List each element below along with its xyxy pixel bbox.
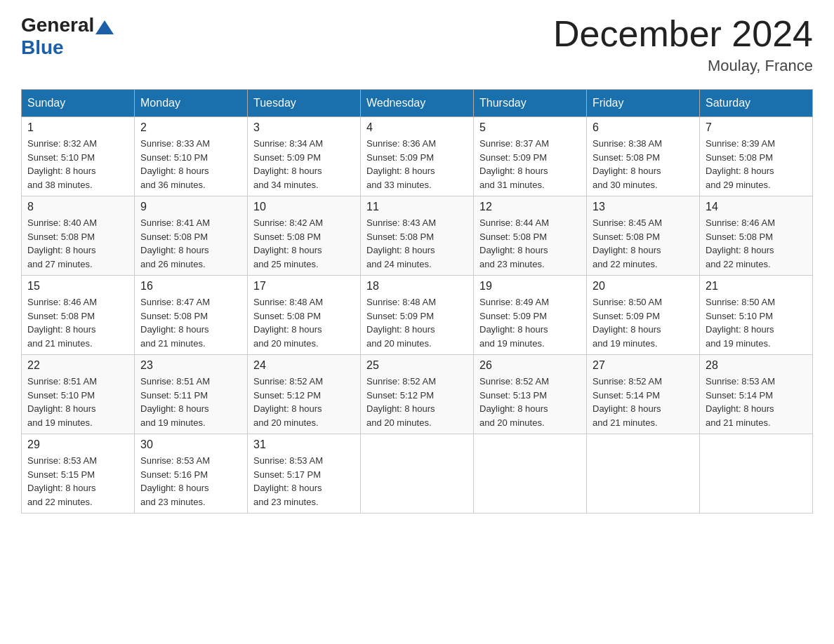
day-number: 1 — [27, 121, 128, 134]
day-info: Sunrise: 8:52 AMSunset: 5:12 PMDaylight:… — [253, 375, 355, 429]
day-number: 8 — [27, 201, 128, 213]
day-info: Sunrise: 8:47 AMSunset: 5:08 PMDaylight:… — [140, 295, 241, 350]
day-number: 14 — [706, 201, 807, 213]
table-row: 11Sunrise: 8:43 AMSunset: 5:08 PMDayligh… — [361, 196, 474, 276]
col-wednesday: Wednesday — [361, 90, 474, 117]
day-number: 25 — [366, 359, 468, 372]
table-row: 4Sunrise: 8:36 AMSunset: 5:09 PMDaylight… — [361, 117, 474, 196]
day-info: Sunrise: 8:51 AMSunset: 5:11 PMDaylight:… — [140, 375, 241, 429]
day-number: 9 — [140, 201, 241, 213]
title-section: December 2024 Moulay, France — [553, 14, 813, 75]
table-row: 12Sunrise: 8:44 AMSunset: 5:08 PMDayligh… — [474, 196, 587, 276]
table-row: 20Sunrise: 8:50 AMSunset: 5:09 PMDayligh… — [587, 276, 700, 355]
day-info: Sunrise: 8:44 AMSunset: 5:08 PMDaylight:… — [479, 216, 581, 271]
day-info: Sunrise: 8:45 AMSunset: 5:08 PMDaylight:… — [593, 216, 694, 271]
col-tuesday: Tuesday — [248, 90, 361, 117]
table-row: 5Sunrise: 8:37 AMSunset: 5:09 PMDaylight… — [474, 117, 587, 196]
table-row: 23Sunrise: 8:51 AMSunset: 5:11 PMDayligh… — [135, 355, 248, 434]
table-row: 31Sunrise: 8:53 AMSunset: 5:17 PMDayligh… — [248, 434, 361, 514]
day-info: Sunrise: 8:36 AMSunset: 5:09 PMDaylight:… — [366, 137, 468, 192]
day-number: 2 — [140, 121, 241, 134]
day-info: Sunrise: 8:42 AMSunset: 5:08 PMDaylight:… — [253, 216, 355, 271]
day-info: Sunrise: 8:33 AMSunset: 5:10 PMDaylight:… — [140, 137, 241, 192]
day-info: Sunrise: 8:53 AMSunset: 5:15 PMDaylight:… — [27, 454, 128, 509]
day-number: 11 — [366, 201, 468, 213]
table-row: 21Sunrise: 8:50 AMSunset: 5:10 PMDayligh… — [700, 276, 813, 355]
table-row: 26Sunrise: 8:52 AMSunset: 5:13 PMDayligh… — [474, 355, 587, 434]
page-header: General Blue December 2024 Moulay, Franc… — [21, 14, 813, 75]
table-row: 22Sunrise: 8:51 AMSunset: 5:10 PMDayligh… — [22, 355, 135, 434]
day-info: Sunrise: 8:39 AMSunset: 5:08 PMDaylight:… — [706, 137, 807, 192]
table-row: 27Sunrise: 8:52 AMSunset: 5:14 PMDayligh… — [587, 355, 700, 434]
table-row — [361, 434, 474, 514]
table-row: 24Sunrise: 8:52 AMSunset: 5:12 PMDayligh… — [248, 355, 361, 434]
day-number: 29 — [27, 438, 128, 451]
day-info: Sunrise: 8:40 AMSunset: 5:08 PMDaylight:… — [27, 216, 128, 271]
day-info: Sunrise: 8:43 AMSunset: 5:08 PMDaylight:… — [366, 216, 468, 271]
month-title: December 2024 — [553, 14, 813, 54]
col-saturday: Saturday — [700, 90, 813, 117]
calendar-week-row: 15Sunrise: 8:46 AMSunset: 5:08 PMDayligh… — [22, 276, 813, 355]
day-number: 4 — [366, 121, 468, 134]
day-info: Sunrise: 8:51 AMSunset: 5:10 PMDaylight:… — [27, 375, 128, 429]
table-row: 18Sunrise: 8:48 AMSunset: 5:09 PMDayligh… — [361, 276, 474, 355]
day-info: Sunrise: 8:49 AMSunset: 5:09 PMDaylight:… — [479, 295, 581, 350]
table-row: 28Sunrise: 8:53 AMSunset: 5:14 PMDayligh… — [700, 355, 813, 434]
day-number: 31 — [253, 438, 355, 451]
day-info: Sunrise: 8:52 AMSunset: 5:14 PMDaylight:… — [593, 375, 694, 429]
table-row — [700, 434, 813, 514]
col-monday: Monday — [135, 90, 248, 117]
day-number: 30 — [140, 438, 241, 451]
table-row: 16Sunrise: 8:47 AMSunset: 5:08 PMDayligh… — [135, 276, 248, 355]
day-number: 21 — [706, 280, 807, 293]
day-number: 22 — [27, 359, 128, 372]
calendar-table: Sunday Monday Tuesday Wednesday Thursday… — [21, 89, 813, 514]
table-row: 13Sunrise: 8:45 AMSunset: 5:08 PMDayligh… — [587, 196, 700, 276]
day-number: 19 — [479, 280, 581, 293]
day-info: Sunrise: 8:50 AMSunset: 5:09 PMDaylight:… — [593, 295, 694, 350]
day-info: Sunrise: 8:52 AMSunset: 5:12 PMDaylight:… — [366, 375, 468, 429]
day-number: 26 — [479, 359, 581, 372]
day-info: Sunrise: 8:46 AMSunset: 5:08 PMDaylight:… — [706, 216, 807, 271]
day-info: Sunrise: 8:53 AMSunset: 5:16 PMDaylight:… — [140, 454, 241, 509]
logo: General Blue — [21, 14, 114, 59]
day-number: 6 — [593, 121, 694, 134]
table-row: 29Sunrise: 8:53 AMSunset: 5:15 PMDayligh… — [22, 434, 135, 514]
col-thursday: Thursday — [474, 90, 587, 117]
day-info: Sunrise: 8:48 AMSunset: 5:08 PMDaylight:… — [253, 295, 355, 350]
day-info: Sunrise: 8:34 AMSunset: 5:09 PMDaylight:… — [253, 137, 355, 192]
calendar-week-row: 29Sunrise: 8:53 AMSunset: 5:15 PMDayligh… — [22, 434, 813, 514]
day-number: 17 — [253, 280, 355, 293]
day-info: Sunrise: 8:46 AMSunset: 5:08 PMDaylight:… — [27, 295, 128, 350]
table-row — [474, 434, 587, 514]
day-number: 10 — [253, 201, 355, 213]
table-row: 15Sunrise: 8:46 AMSunset: 5:08 PMDayligh… — [22, 276, 135, 355]
table-row: 7Sunrise: 8:39 AMSunset: 5:08 PMDaylight… — [700, 117, 813, 196]
day-number: 12 — [479, 201, 581, 213]
location-text: Moulay, France — [553, 57, 813, 75]
calendar-week-row: 22Sunrise: 8:51 AMSunset: 5:10 PMDayligh… — [22, 355, 813, 434]
table-row: 30Sunrise: 8:53 AMSunset: 5:16 PMDayligh… — [135, 434, 248, 514]
logo-blue-text: Blue — [21, 36, 64, 59]
day-number: 18 — [366, 280, 468, 293]
table-row: 8Sunrise: 8:40 AMSunset: 5:08 PMDaylight… — [22, 196, 135, 276]
calendar-week-row: 8Sunrise: 8:40 AMSunset: 5:08 PMDaylight… — [22, 196, 813, 276]
calendar-header-row: Sunday Monday Tuesday Wednesday Thursday… — [22, 90, 813, 117]
day-info: Sunrise: 8:48 AMSunset: 5:09 PMDaylight:… — [366, 295, 468, 350]
day-number: 28 — [706, 359, 807, 372]
day-number: 20 — [593, 280, 694, 293]
day-info: Sunrise: 8:37 AMSunset: 5:09 PMDaylight:… — [479, 137, 581, 192]
table-row: 19Sunrise: 8:49 AMSunset: 5:09 PMDayligh… — [474, 276, 587, 355]
calendar-week-row: 1Sunrise: 8:32 AMSunset: 5:10 PMDaylight… — [22, 117, 813, 196]
day-number: 3 — [253, 121, 355, 134]
day-number: 13 — [593, 201, 694, 213]
col-sunday: Sunday — [22, 90, 135, 117]
table-row: 25Sunrise: 8:52 AMSunset: 5:12 PMDayligh… — [361, 355, 474, 434]
table-row: 9Sunrise: 8:41 AMSunset: 5:08 PMDaylight… — [135, 196, 248, 276]
day-number: 16 — [140, 280, 241, 293]
col-friday: Friday — [587, 90, 700, 117]
logo-general-text: General — [21, 14, 94, 36]
table-row: 3Sunrise: 8:34 AMSunset: 5:09 PMDaylight… — [248, 117, 361, 196]
day-number: 15 — [27, 280, 128, 293]
day-info: Sunrise: 8:50 AMSunset: 5:10 PMDaylight:… — [706, 295, 807, 350]
